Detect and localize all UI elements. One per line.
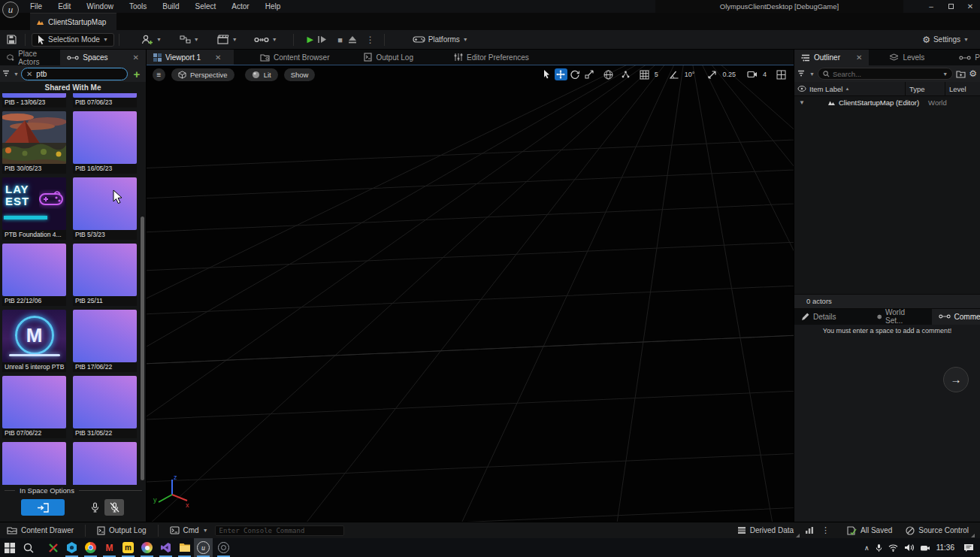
tab-levels[interactable]: Levels: [882, 50, 931, 65]
tray-expand-icon[interactable]: ∧: [864, 544, 870, 552]
tab-outliner[interactable]: Outliner ✕: [794, 50, 869, 65]
send-comment-button[interactable]: →: [943, 367, 969, 392]
selection-mode-dropdown[interactable]: Selection Mode ▼: [32, 33, 114, 47]
taskbar-app-blue[interactable]: [62, 538, 81, 557]
column-item-label[interactable]: Item Label▲: [809, 85, 905, 93]
console-command-input[interactable]: [215, 525, 344, 536]
visibility-column-icon[interactable]: [794, 86, 809, 92]
space-item[interactable]: PtB 5/3/23: [73, 177, 137, 240]
viewport-3d[interactable]: ≡ Perspective Lit Show: [147, 65, 794, 522]
settings-dropdown[interactable]: ⚙ Settings ▼: [918, 33, 972, 47]
performance-button[interactable]: [800, 522, 818, 538]
expand-chevron-icon[interactable]: ▼: [799, 99, 805, 106]
close-button[interactable]: ✕: [960, 0, 980, 13]
camera-speed-value[interactable]: 4: [761, 71, 769, 78]
tab-place-actors[interactable]: Place Actors: [0, 50, 60, 65]
taskbar-app-chrome[interactable]: [81, 538, 100, 557]
close-tab-icon[interactable]: ✕: [133, 53, 139, 62]
scale-tool-button[interactable]: [583, 68, 596, 80]
tab-comments[interactable]: Comments ✕: [932, 309, 980, 325]
filter-chevron-icon[interactable]: ▼: [809, 71, 815, 77]
filter-chevron-icon[interactable]: ▼: [14, 71, 19, 77]
source-control-button[interactable]: Source Control: [899, 522, 975, 538]
tray-volume-icon[interactable]: [904, 543, 914, 552]
eject-button[interactable]: [348, 35, 363, 44]
output-log-button[interactable]: Output Log: [90, 522, 153, 538]
tab-people[interactable]: People: [952, 50, 980, 65]
space-item[interactable]: PtB 30/05/23: [2, 111, 66, 174]
lit-dropdown[interactable]: Lit: [245, 68, 278, 81]
space-item[interactable]: PtB 07/06/22: [2, 376, 66, 438]
minimize-button[interactable]: –: [921, 0, 941, 13]
space-item[interactable]: M Unreal 5 interop PTB: [2, 310, 66, 372]
tray-camera-icon[interactable]: [920, 544, 930, 552]
stop-button[interactable]: ■: [333, 35, 348, 44]
menu-file[interactable]: File: [30, 2, 42, 11]
sequence-button[interactable]: ▼: [250, 35, 281, 45]
tab-spaces[interactable]: Spaces ✕: [60, 50, 146, 65]
close-tab-icon[interactable]: ✕: [856, 53, 862, 62]
derived-data-button[interactable]: Derived Data: [730, 522, 800, 538]
camera-speed-button[interactable]: [746, 68, 759, 80]
viewport-menu-button[interactable]: ≡: [153, 68, 165, 81]
tray-clock[interactable]: 11:36: [936, 543, 954, 552]
space-item[interactable]: PtB 31/05/22: [73, 376, 137, 438]
menu-build[interactable]: Build: [162, 2, 179, 11]
taskbar-app-miro[interactable]: m: [119, 538, 138, 557]
column-type[interactable]: Type: [906, 85, 945, 93]
mic-on-button[interactable]: [85, 499, 104, 516]
space-item[interactable]: PtB - 13/06/23: [2, 93, 66, 107]
play-options-button[interactable]: ⋮: [363, 35, 378, 45]
menu-actor[interactable]: Actor: [231, 2, 249, 11]
rotate-tool-button[interactable]: [569, 68, 582, 80]
tray-network-icon[interactable]: [888, 543, 898, 552]
menu-edit[interactable]: Edit: [58, 2, 71, 11]
show-dropdown[interactable]: Show: [284, 68, 316, 81]
cinematics-button[interactable]: ▼: [213, 33, 241, 46]
taskbar-app-visual-studio[interactable]: [156, 538, 175, 557]
save-button[interactable]: [3, 33, 20, 46]
space-item[interactable]: PtB 25/11: [73, 244, 137, 306]
menu-help[interactable]: Help: [265, 2, 281, 11]
scale-snap-value[interactable]: 0.25: [720, 71, 738, 78]
space-item[interactable]: PtB 16/05/23: [73, 111, 137, 174]
search-options-chevron-icon[interactable]: ▼: [942, 71, 948, 77]
outliner-row-world[interactable]: ▼ ClientStartupMap (Editor) World: [794, 96, 980, 108]
leave-space-button[interactable]: [21, 499, 65, 516]
spaces-scrollbar[interactable]: [141, 216, 144, 480]
rotation-snap-button[interactable]: [668, 68, 681, 80]
space-item[interactable]: PtB 17/06/22: [73, 310, 137, 372]
space-item[interactable]: PtB 22/12/06: [2, 244, 66, 306]
outliner-filter-icon[interactable]: [797, 70, 806, 77]
outliner-search-input[interactable]: [833, 70, 939, 78]
tab-viewport-1[interactable]: Viewport 1 ✕: [147, 50, 234, 65]
tab-content-browser[interactable]: Content Browser: [253, 50, 336, 65]
restore-button[interactable]: [941, 0, 960, 13]
tab-output-log[interactable]: Output Log: [357, 50, 419, 65]
play-button[interactable]: ▶: [303, 35, 318, 44]
tab-editor-preferences[interactable]: Editor Preferences: [447, 50, 536, 65]
taskbar-search-button[interactable]: [19, 538, 38, 557]
tab-world-settings[interactable]: World Set...: [870, 309, 915, 325]
tray-notifications-icon[interactable]: [963, 543, 974, 552]
all-saved-button[interactable]: All Saved: [840, 522, 899, 538]
blueprints-button[interactable]: ▼: [176, 33, 203, 46]
outliner-settings-gear-icon[interactable]: ⚙: [969, 68, 977, 79]
content-drawer-button[interactable]: Content Drawer: [0, 522, 80, 538]
grid-snap-value[interactable]: 5: [652, 71, 661, 78]
move-tool-button[interactable]: [555, 68, 567, 80]
space-item[interactable]: PtB 07/06/23: [73, 93, 137, 107]
taskbar-app-unreal[interactable]: u: [194, 538, 213, 557]
clear-search-icon[interactable]: ✕: [26, 70, 32, 78]
spaces-search-input[interactable]: [36, 70, 104, 78]
mic-muted-button[interactable]: [104, 499, 124, 516]
tray-mic-icon[interactable]: [876, 543, 882, 552]
add-space-button[interactable]: +: [130, 68, 144, 80]
tab-clientstartupmap[interactable]: ClientStartupMap: [30, 13, 116, 30]
cmd-dropdown[interactable]: Cmd ▼: [163, 522, 215, 538]
taskbar-app-gmail[interactable]: M: [100, 538, 119, 557]
start-button[interactable]: [0, 538, 19, 557]
close-tab-icon[interactable]: ✕: [215, 53, 221, 62]
statusbar-options-button[interactable]: ⋮: [818, 522, 833, 538]
taskbar-app-explorer[interactable]: [175, 538, 194, 557]
